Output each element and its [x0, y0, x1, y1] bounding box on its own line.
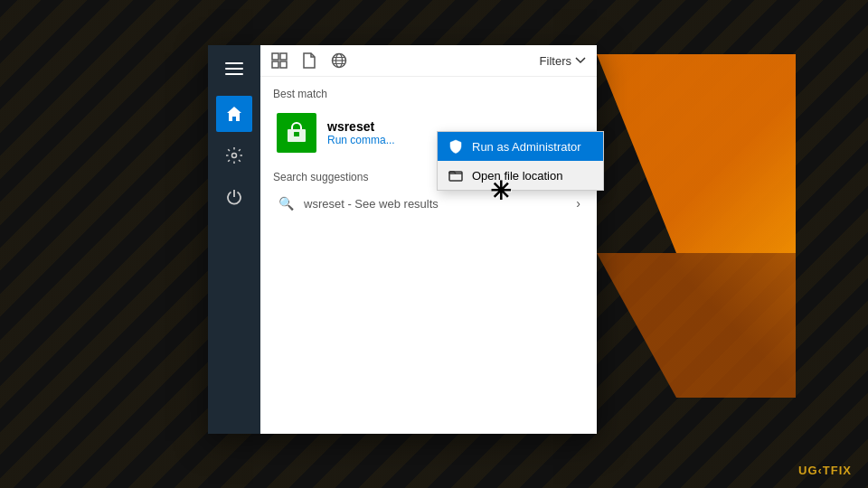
- hamburger-line-1: [225, 62, 243, 64]
- svg-rect-3: [272, 61, 278, 68]
- app-name: wsreset: [327, 119, 395, 134]
- power-icon: [225, 188, 243, 206]
- sidebar-item-settings[interactable]: [216, 137, 252, 174]
- hamburger-menu-button[interactable]: [216, 52, 252, 85]
- suggestion-suffix: - See web results: [347, 197, 438, 211]
- suggestion-text: wsreset - See web results: [304, 197, 439, 211]
- svg-rect-4: [280, 61, 287, 68]
- app-subtitle: Run comma...: [327, 134, 395, 146]
- svg-rect-11: [294, 132, 299, 136]
- app-info: wsreset Run comma...: [327, 119, 395, 146]
- watermark: UG‹TFIX: [798, 464, 852, 477]
- context-menu: Run as Administrator Open file location: [437, 131, 604, 191]
- chevron-down-icon: [575, 57, 586, 64]
- sidebar-item-home[interactable]: [216, 96, 252, 132]
- shield-icon: [448, 139, 463, 154]
- home-icon: [225, 105, 243, 123]
- apps-icon: [271, 52, 288, 69]
- open-location-label: Open file location: [472, 169, 562, 183]
- document-toolbar-icon[interactable]: [302, 52, 316, 69]
- main-content: Filters Best match wsreset: [260, 45, 597, 434]
- app-icon: [277, 113, 316, 153]
- toolbar: Filters: [260, 45, 597, 77]
- svg-rect-2: [280, 53, 287, 60]
- svg-rect-1: [272, 53, 278, 60]
- folder-icon: [448, 168, 463, 183]
- globe-toolbar-icon[interactable]: [331, 52, 347, 69]
- suggestion-arrow: ›: [576, 196, 580, 211]
- apps-toolbar-icon[interactable]: [271, 52, 288, 69]
- svg-point-0: [232, 154, 237, 158]
- settings-icon: [225, 146, 243, 164]
- search-icon: 🔍: [277, 196, 295, 211]
- store-icon: [284, 120, 309, 145]
- context-menu-item-open-location[interactable]: Open file location: [438, 161, 603, 190]
- suggestion-query: wsreset: [304, 197, 344, 211]
- run-as-admin-label: Run as Administrator: [472, 140, 581, 154]
- start-menu: Filters Best match wsreset: [208, 45, 597, 434]
- hamburger-line-2: [225, 68, 243, 70]
- filters-button[interactable]: Filters: [540, 54, 586, 68]
- globe-icon: [331, 52, 347, 69]
- suggestion-item[interactable]: 🔍 wsreset - See web results ›: [273, 191, 584, 216]
- sidebar: [208, 45, 260, 434]
- context-menu-item-run-as-admin[interactable]: Run as Administrator: [438, 132, 603, 161]
- sidebar-item-power[interactable]: [216, 179, 252, 215]
- document-icon: [302, 52, 316, 69]
- best-match-label: Best match: [273, 88, 584, 100]
- filters-label: Filters: [540, 54, 571, 68]
- hamburger-line-3: [225, 73, 243, 75]
